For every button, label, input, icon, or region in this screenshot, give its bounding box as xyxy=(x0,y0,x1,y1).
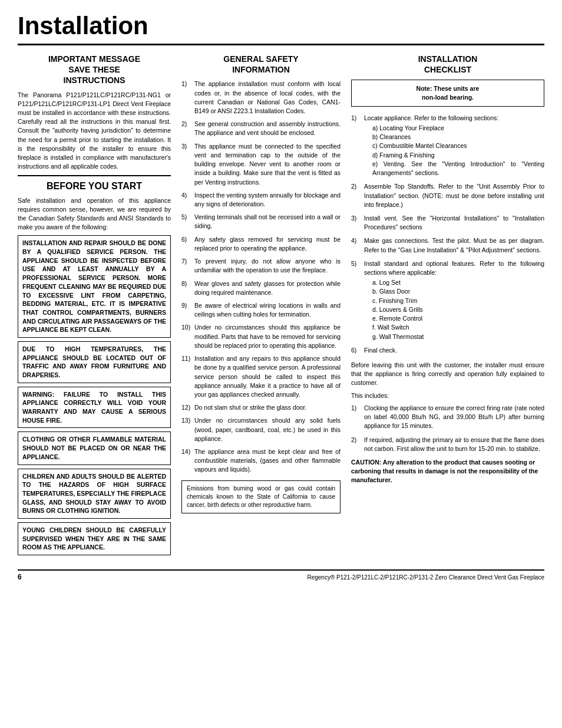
list-item: 10) Under no circumstances should this a… xyxy=(181,323,340,350)
left-column: IMPORTANT MESSAGESAVE THESEINSTRUCTIONS … xyxy=(18,54,171,559)
list-item: 2) If required, adjusting the primary ai… xyxy=(351,436,544,453)
list-item: 12) Do not slam shut or strike the glass… xyxy=(181,403,340,412)
general-safety-list: 1) The appliance installation must confo… xyxy=(181,80,340,474)
list-item: 7) To prevent injury, do not allow anyon… xyxy=(181,257,340,275)
warning-box-3: WARNING: FAILURE TO INSTALL THIS APPLIAN… xyxy=(18,387,171,429)
list-item: 2) Assemble Top Standoffs. Refer to the … xyxy=(351,182,544,209)
list-item: 3) This appliance must be connected to t… xyxy=(181,142,340,187)
list-item: 11) Installation and any repairs to this… xyxy=(181,354,340,399)
before-you-start-section: BEFORE YOU START Safe installation and o… xyxy=(18,181,171,556)
list-item: 4) Inspect the venting system annually f… xyxy=(181,191,340,209)
warning-box-4: CLOTHING OR OTHER FLAMMABLE MATERIAL SHO… xyxy=(18,431,171,465)
warning-box-2: DUE TO HIGH TEMPERATURES, THE APPLIANCE … xyxy=(18,341,171,383)
right-column: INSTALLATIONCHECKLIST Note: These units … xyxy=(351,54,544,485)
leaving-text: Before leaving this unit with the custom… xyxy=(351,361,544,388)
list-item: 1) Clocking the appliance to ensure the … xyxy=(351,404,544,431)
list-item: 5) Venting terminals shall not be recess… xyxy=(181,213,340,230)
before-you-start-heading: BEFORE YOU START xyxy=(18,181,171,192)
list-item: 3) Install vent. See the "Horizontal Ins… xyxy=(351,214,544,232)
checklist-list: 1) Locate appliance. Refer to the follow… xyxy=(351,114,544,355)
caution-text: CAUTION: Any alteration to the product t… xyxy=(351,458,544,485)
warning-box-1: INSTALLATION AND REPAIR SHOULD BE DONE B… xyxy=(18,235,171,338)
installation-checklist-heading: INSTALLATIONCHECKLIST xyxy=(351,54,544,75)
footer-page-number: 6 xyxy=(18,573,22,581)
list-item: 1) Locate appliance. Refer to the follow… xyxy=(351,114,544,178)
this-includes-text: This includes: xyxy=(351,391,544,400)
list-item: 13) Under no circumstances should any so… xyxy=(181,416,340,443)
warning-box-5: CHILDREN AND ADULTS SHOULD BE ALERTED TO… xyxy=(18,469,171,519)
list-item: 5) Install standard and optional feature… xyxy=(351,259,544,341)
emissions-box: Emissions from burning wood or gas could… xyxy=(181,480,340,513)
list-item: 14) The appliance area must be kept clea… xyxy=(181,447,340,475)
general-safety-heading: GENERAL SAFETYINFORMATION xyxy=(181,54,340,75)
important-message-heading: IMPORTANT MESSAGESAVE THESEINSTRUCTIONS xyxy=(18,54,171,86)
warning-box-6: YOUNG CHILDREN SHOULD BE CAREFULLY SUPER… xyxy=(18,522,171,555)
list-item: 4) Make gas connections. Test the pilot.… xyxy=(351,236,544,254)
list-item: 8) Wear gloves and safety glasses for pr… xyxy=(181,279,340,297)
list-item: 6) Any safety glass removed for servicin… xyxy=(181,235,340,253)
before-you-start-body: Safe installation and operation of this … xyxy=(18,196,171,232)
middle-column: GENERAL SAFETYINFORMATION 1) The applian… xyxy=(181,54,340,513)
important-message-body: The Panorama P121/P121LC/P121RC/P131-NG1… xyxy=(18,91,171,172)
important-message-section: IMPORTANT MESSAGESAVE THESEINSTRUCTIONS … xyxy=(18,54,171,172)
footer: 6 Regency® P121-2/P121LC-2/P121RC-2/P131… xyxy=(18,569,544,581)
footer-model: Regency® P121-2/P121LC-2/P121RC-2/P131-2… xyxy=(307,574,544,581)
customer-checklist: 1) Clocking the appliance to ensure the … xyxy=(351,404,544,453)
page-title: Installation xyxy=(18,12,544,44)
list-item: 1) The appliance installation must confo… xyxy=(181,80,340,116)
note-box: Note: These units arenon-load bearing. xyxy=(351,80,544,106)
list-item: 9) Be aware of electrical wiring locatio… xyxy=(181,301,340,319)
list-item: 2) See general construction and assembly… xyxy=(181,120,340,137)
list-item: 6) Final check. xyxy=(351,346,544,355)
